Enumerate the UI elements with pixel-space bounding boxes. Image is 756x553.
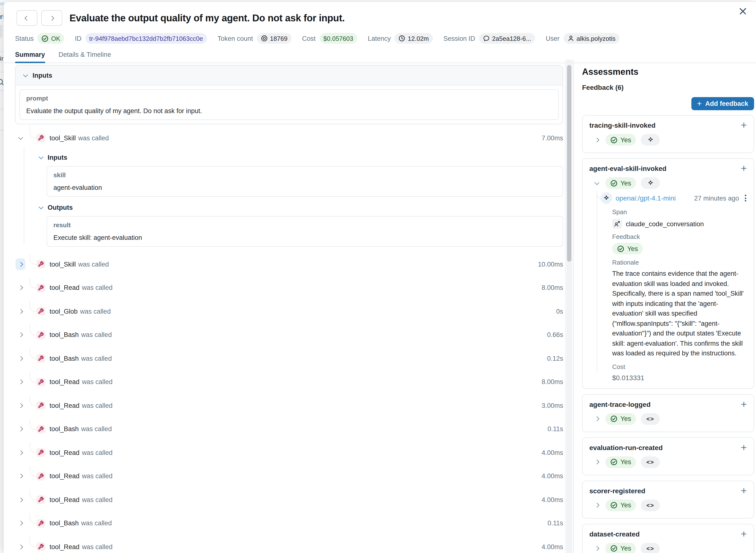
code-source-badge[interactable]: <> (641, 543, 660, 553)
tool-wrench-icon (37, 284, 45, 292)
chat-bubble-icon (483, 35, 490, 42)
prev-trace-button[interactable] (16, 10, 38, 26)
span-duration: 4.00ms (542, 543, 563, 551)
close-drawer-icon[interactable] (739, 7, 747, 15)
add-assessment-icon[interactable]: + (741, 120, 747, 130)
expand-span-button[interactable] (15, 494, 25, 506)
span-row[interactable]: tool_Read was called 8.00ms (15, 370, 563, 394)
expand-span-button[interactable] (15, 306, 25, 317)
token-count-group: Token count 18769 (218, 33, 291, 44)
expand-span-button[interactable] (15, 353, 25, 365)
assessment-value-badge[interactable]: Yes (605, 543, 636, 553)
span-row[interactable]: tool_Read was called 4.00ms (15, 488, 563, 511)
add-feedback-button[interactable]: + Add feedback (691, 97, 754, 110)
expand-span-button[interactable] (15, 518, 25, 529)
span-row[interactable]: tool_Bash was called 0.66s (15, 323, 563, 347)
session-id-badge[interactable]: 2a5ea128-6... (479, 33, 535, 44)
expand-assessment-button[interactable] (593, 456, 601, 468)
span-outputs-header[interactable]: Outputs (39, 204, 563, 211)
span-inputs-header[interactable]: Inputs (39, 154, 563, 161)
assessment-value-badge[interactable]: Yes (605, 134, 636, 146)
judge-model-link[interactable]: openai:/gpt-4.1-mini (616, 194, 676, 202)
code-source-badge[interactable]: <> (641, 413, 660, 424)
latency-label: Latency (368, 35, 391, 42)
chevron-down-icon (18, 135, 23, 140)
span-row[interactable]: tool_Skill was called 10.00ms (15, 252, 563, 276)
token-count-label: Token count (218, 35, 253, 42)
span-label: Span (612, 208, 748, 216)
expand-span-button[interactable] (15, 447, 25, 459)
collapse-span-button[interactable] (15, 132, 25, 144)
code-source-badge[interactable]: <> (641, 499, 660, 511)
chevron-right-icon (594, 546, 599, 551)
span-row[interactable]: tool_Read was called 4.00ms (15, 464, 563, 488)
add-assessment-icon[interactable]: + (741, 529, 747, 539)
span-suffix: was called (82, 496, 113, 503)
span-row[interactable]: tool_Bash was called 0.11s (15, 417, 563, 441)
assessment-value-badge[interactable]: Yes (605, 413, 636, 424)
add-assessment-icon[interactable]: + (741, 442, 747, 452)
chevron-right-icon (594, 416, 599, 421)
trace-tree: Inputs prompt Evaluate the output qualit… (15, 60, 563, 553)
assessment-value-row: Yes <> (593, 543, 748, 553)
span-row[interactable]: tool_Read was called 3.00ms (15, 394, 563, 417)
background-block-fragment (0, 25, 2, 38)
person-icon (567, 35, 574, 42)
inputs-card-header[interactable]: Inputs (15, 66, 563, 85)
expand-span-button[interactable] (15, 423, 25, 435)
expand-span-button[interactable] (15, 541, 25, 553)
scrollbar-thumb[interactable] (567, 65, 571, 262)
expand-span-button[interactable] (15, 329, 25, 341)
expand-span-button[interactable] (15, 470, 25, 482)
add-assessment-icon[interactable]: + (741, 399, 747, 409)
scrollbar[interactable] (566, 60, 572, 553)
llm-judge-badge[interactable] (641, 177, 660, 189)
expand-span-button[interactable] (15, 376, 25, 388)
span-row[interactable]: tool_Read was called 8.00ms (15, 276, 563, 300)
chevron-right-icon (18, 356, 23, 361)
assessment-value-badge[interactable]: Yes (605, 177, 636, 189)
check-circle-icon (42, 35, 49, 42)
expand-assessment-button[interactable] (593, 413, 601, 424)
span-row[interactable]: tool_Glob was called 0s (15, 300, 563, 323)
expand-span-button[interactable] (15, 258, 25, 270)
kebab-menu-icon[interactable] (745, 195, 746, 202)
tool-wrench-icon (37, 260, 45, 269)
expand-assessment-button[interactable] (593, 543, 601, 553)
user-group: User alkis.polyzotis (546, 33, 619, 44)
feedback-label: Feedback (612, 233, 748, 240)
tree-connector (29, 442, 37, 453)
expand-assessment-button[interactable] (593, 499, 601, 511)
span-duration: 0.66s (547, 331, 563, 339)
plus-icon: + (697, 99, 702, 108)
assessment-value-badge[interactable]: Yes (605, 456, 636, 468)
trace-id-badge[interactable]: tr-94f978aebd7bc132dd7b2fb71063cc0e (85, 33, 207, 44)
span-reference[interactable]: claude_code_conversation (612, 219, 748, 229)
background-text-fragment: ir (0, 55, 3, 62)
span-row[interactable]: tool_Read was called 4.00ms (15, 535, 563, 553)
add-assessment-icon[interactable]: + (741, 163, 747, 173)
collapse-assessment-button[interactable] (593, 177, 601, 189)
span-row-expanded[interactable]: tool_Skill was called 7.00ms (15, 129, 563, 147)
expand-assessment-button[interactable] (593, 134, 601, 146)
drawer-content: Inputs prompt Evaluate the output qualit… (4, 60, 756, 553)
span-row[interactable]: tool_Read was called 4.00ms (15, 441, 563, 464)
assessment-value-badge[interactable]: Yes (605, 499, 636, 511)
cost-group: Cost $0.057603 (302, 33, 357, 44)
chevron-right-icon (18, 450, 23, 455)
code-source-badge[interactable]: <> (641, 456, 660, 468)
span-row[interactable]: tool_Bash was called 0.11s (15, 511, 563, 535)
clock-icon (399, 35, 405, 42)
assessment-card-agent-trace-logged: agent-trace-logged + Yes <> (582, 394, 754, 432)
llm-judge-icon (601, 192, 612, 204)
span-row[interactable]: tool_Bash was called 0.12s (15, 347, 563, 370)
span-name: tool_Bash (50, 355, 79, 362)
chevron-right-icon (594, 460, 599, 464)
llm-judge-badge[interactable] (641, 134, 660, 146)
next-trace-button[interactable] (41, 10, 62, 26)
add-assessment-icon[interactable]: + (741, 485, 747, 495)
expand-span-button[interactable] (15, 282, 25, 294)
span-suffix: was called (82, 284, 113, 292)
assessments-title: Assessments (582, 67, 754, 77)
expand-span-button[interactable] (15, 400, 25, 411)
